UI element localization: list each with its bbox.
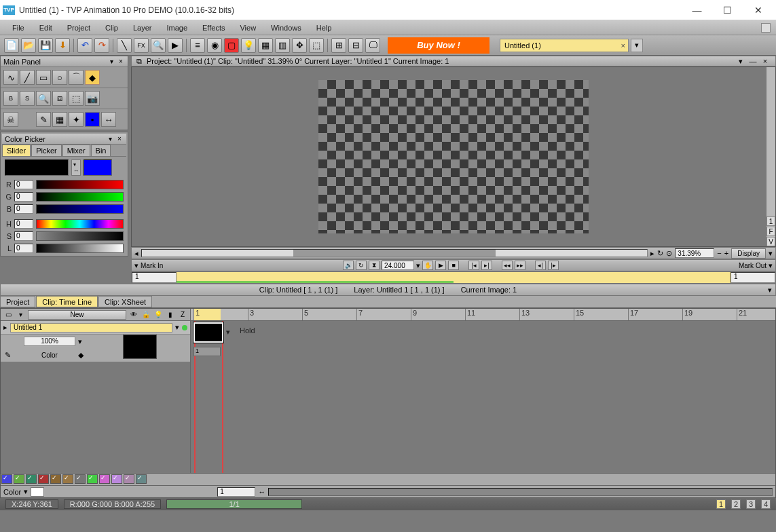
tab-xsheet[interactable]: Clip: XSheet [98, 296, 152, 307]
menu-options-icon[interactable] [761, 23, 771, 33]
s-slider[interactable] [36, 231, 124, 241]
b-value[interactable]: 0 [14, 204, 33, 214]
stop-button[interactable]: ■ [448, 261, 459, 270]
markout-arrow-icon[interactable]: ▾ [769, 261, 773, 270]
opacity-field[interactable]: 100% [24, 337, 75, 346]
open-button[interactable]: 📂 [21, 38, 36, 53]
close-button[interactable]: ✕ [743, 1, 773, 20]
grid1-icon[interactable]: ▦ [258, 38, 273, 53]
l-slider[interactable] [36, 244, 124, 253]
export-button[interactable]: ⬇ [55, 38, 70, 53]
h-slider[interactable] [36, 219, 124, 229]
frame-track[interactable] [177, 272, 731, 283]
playhead-2[interactable] [222, 321, 223, 473]
freehand-tool[interactable]: ∿ [3, 70, 18, 85]
color-swatch-icon[interactable]: ▢ [224, 38, 239, 53]
pen-tool[interactable]: ✎ [36, 112, 51, 127]
eye-icon[interactable]: 👁 [129, 310, 138, 320]
menu-windows[interactable]: Windows [264, 22, 308, 33]
display-button[interactable]: Display [731, 248, 766, 259]
markin-arrow-icon[interactable]: ▾ [134, 261, 138, 270]
frame-in-field[interactable]: 1 [132, 272, 177, 283]
canvas-vscroll[interactable]: 1 F V [766, 67, 775, 246]
tab-project[interactable]: Project [0, 296, 35, 307]
light-icon[interactable]: 💡 [241, 38, 256, 53]
layer-dd-icon[interactable]: ▾ [175, 323, 179, 332]
tl-opt2-icon[interactable]: ▾ [16, 310, 25, 320]
grid-tool[interactable]: ▦ [52, 112, 67, 127]
frame-thumbnail[interactable] [193, 322, 223, 343]
layer-row[interactable]: ▸ Untitled 1 ▾ [1, 321, 190, 335]
minimize-button[interactable]: — [682, 1, 712, 20]
pan-icon[interactable]: ✥ [292, 38, 307, 53]
select-tool[interactable]: ⬚ [69, 91, 84, 106]
info-dd-icon[interactable]: ▾ [768, 286, 772, 294]
page-1-button[interactable]: 1 [716, 499, 726, 509]
menu-clip[interactable]: Clip [98, 22, 125, 33]
layer-toggle-icon[interactable]: ▸ [3, 323, 7, 332]
bot-value-field[interactable]: 1 [217, 487, 255, 497]
layer-name-field[interactable]: Untitled 1 [10, 323, 172, 332]
play-icon[interactable]: ▶ [168, 38, 183, 53]
playhead[interactable] [194, 321, 196, 473]
zoom-icon[interactable]: 🔍 [151, 38, 166, 53]
magnify-tool[interactable]: 🔍 [36, 91, 51, 106]
g-slider[interactable] [36, 192, 124, 202]
cp-close-icon[interactable]: × [115, 135, 124, 143]
crop-tool[interactable]: ⧈ [52, 91, 67, 106]
b-tool[interactable]: B [3, 91, 18, 106]
palette-swatch-1[interactable] [14, 474, 24, 484]
cp-menu-icon[interactable]: ▾ [106, 135, 114, 143]
timeline-ruler[interactable]: 1 3 5 7 9 11 13 15 17 19 21 [191, 309, 775, 320]
blend-mode-field[interactable]: Color [24, 352, 75, 359]
menu-project[interactable]: Project [60, 22, 97, 33]
fill-tool[interactable]: ◆ [85, 70, 100, 85]
menu-image[interactable]: Image [160, 22, 194, 33]
brush-tool-icon[interactable]: ╲ [117, 38, 132, 53]
palette-swatch-0[interactable] [1, 474, 12, 484]
step-back-button[interactable]: ◂| [535, 261, 546, 270]
palette-swatch-8[interactable] [99, 474, 110, 484]
project-tab-dropdown[interactable]: ▾ [631, 39, 643, 52]
panel-close-icon[interactable]: × [117, 58, 125, 66]
skull-tool[interactable]: ☠ [3, 112, 18, 127]
palette-swatch-2[interactable] [26, 474, 37, 484]
bot-expand-icon[interactable]: ↔ [258, 488, 265, 496]
menu-layer[interactable]: Layer [126, 22, 159, 33]
page-4-button[interactable]: 4 [761, 499, 771, 509]
canvas-close-icon[interactable]: × [760, 56, 770, 66]
menu-view[interactable]: View [233, 22, 263, 33]
new-layer-button[interactable]: New [28, 310, 126, 320]
color-wheel-icon[interactable]: ◉ [207, 38, 222, 53]
palette-swatch-6[interactable] [75, 474, 86, 484]
display-dd-icon[interactable]: ▾ [769, 249, 773, 258]
b-slider[interactable] [36, 204, 124, 214]
move-tool[interactable]: ↔ [101, 112, 116, 127]
undo-button[interactable]: ↶ [77, 38, 92, 53]
redo-button[interactable]: ↷ [94, 38, 109, 53]
palette-swatch-9[interactable] [111, 474, 122, 484]
g-value[interactable]: 0 [14, 192, 33, 202]
zoom-field[interactable]: 31.39% [675, 248, 714, 258]
cp-tab-bin[interactable]: Bin [91, 145, 111, 156]
canvas-restore-icon[interactable]: ⧉ [134, 56, 144, 66]
monitor-icon[interactable]: 🖵 [365, 38, 380, 53]
camera-tool[interactable]: 📷 [85, 91, 100, 106]
sound-icon[interactable]: 🔊 [343, 261, 354, 270]
vtag-1[interactable]: 1 [766, 216, 775, 226]
buy-now-button[interactable]: Buy Now ! [388, 37, 489, 54]
canvas-menu-icon[interactable]: ▾ [736, 56, 745, 66]
refresh-icon[interactable]: ↻ [657, 249, 663, 258]
vtag-v[interactable]: V [766, 237, 775, 246]
l-value[interactable]: 0 [14, 244, 33, 253]
line-tool[interactable]: ╱ [20, 70, 35, 85]
rect-tool[interactable]: ▭ [36, 70, 51, 85]
lock-icon[interactable]: 🔒 [141, 310, 151, 320]
first-frame-button[interactable]: |◂ [468, 261, 479, 270]
bot-swatch[interactable] [31, 487, 44, 497]
h-value[interactable]: 0 [14, 219, 33, 229]
fps-dd-icon[interactable]: ▾ [416, 261, 420, 270]
project-tab-close-icon[interactable]: × [621, 41, 625, 50]
fps-icon[interactable]: ⧗ [369, 261, 380, 270]
menu-file[interactable]: File [5, 22, 31, 33]
